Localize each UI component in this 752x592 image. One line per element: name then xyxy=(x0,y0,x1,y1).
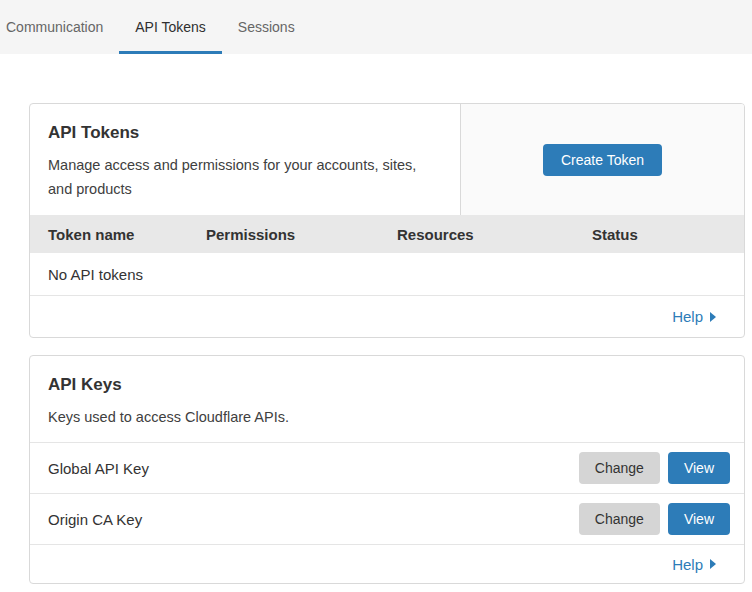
origin-ca-key-row: Origin CA Key Change View xyxy=(30,494,744,545)
api-keys-card-header: API Keys Keys used to access Cloudflare … xyxy=(30,356,744,443)
tab-api-tokens[interactable]: API Tokens xyxy=(119,0,222,54)
help-arrow-icon xyxy=(710,559,716,569)
api-keys-help-link[interactable]: Help xyxy=(672,556,716,573)
tab-sessions[interactable]: Sessions xyxy=(222,0,311,54)
global-api-key-row: Global API Key Change View xyxy=(30,443,744,494)
origin-ca-key-change-button[interactable]: Change xyxy=(579,503,660,535)
api-tokens-card-header-text: API Tokens Manage access and permissions… xyxy=(30,104,460,215)
api-keys-card: API Keys Keys used to access Cloudflare … xyxy=(29,355,745,584)
tab-communication[interactable]: Communication xyxy=(6,0,119,54)
api-tokens-title: API Tokens xyxy=(48,123,442,143)
global-api-key-change-button[interactable]: Change xyxy=(579,452,660,484)
help-arrow-icon xyxy=(710,312,716,322)
origin-ca-key-label: Origin CA Key xyxy=(48,511,579,528)
tab-bar: Communication API Tokens Sessions xyxy=(0,0,752,54)
api-tokens-card-header-action: Create Token xyxy=(460,104,744,215)
tokens-empty-row: No API tokens xyxy=(30,253,744,296)
page-content: API Tokens Manage access and permissions… xyxy=(0,54,752,592)
help-link-label: Help xyxy=(672,308,703,325)
api-keys-description: Keys used to access Cloudflare APIs. xyxy=(48,405,726,429)
column-header-status: Status xyxy=(592,226,744,243)
api-tokens-card-footer: Help xyxy=(30,296,744,337)
column-header-permissions: Permissions xyxy=(206,226,397,243)
column-header-token-name: Token name xyxy=(48,226,206,243)
tokens-empty-message: No API tokens xyxy=(48,266,143,283)
column-header-resources: Resources xyxy=(397,226,592,243)
api-keys-title: API Keys xyxy=(48,375,726,395)
api-tokens-description: Manage access and permissions for your a… xyxy=(48,153,442,201)
tokens-table-header: Token name Permissions Resources Status xyxy=(30,215,744,253)
api-tokens-help-link[interactable]: Help xyxy=(672,308,716,325)
api-tokens-card: API Tokens Manage access and permissions… xyxy=(29,103,745,338)
help-link-label: Help xyxy=(672,556,703,573)
global-api-key-view-button[interactable]: View xyxy=(668,452,730,484)
origin-ca-key-view-button[interactable]: View xyxy=(668,503,730,535)
api-tokens-card-header: API Tokens Manage access and permissions… xyxy=(30,104,744,215)
api-keys-card-footer: Help xyxy=(30,545,744,583)
create-token-button[interactable]: Create Token xyxy=(543,144,662,176)
global-api-key-label: Global API Key xyxy=(48,460,579,477)
